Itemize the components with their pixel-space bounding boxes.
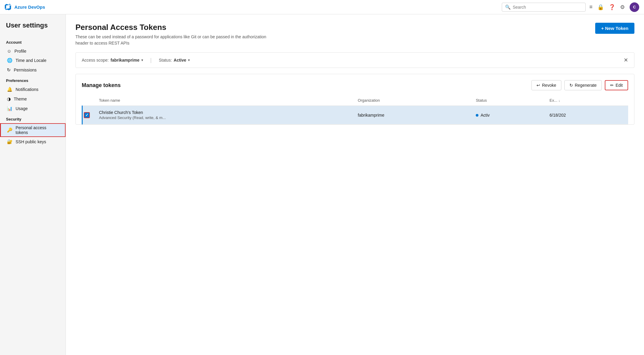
page-header-text: Personal Access Tokens These can be used…: [75, 23, 267, 46]
scope-label: Access scope:: [82, 58, 109, 63]
scope-chevron-icon: ▾: [141, 58, 143, 62]
filter-bar: Access scope: fabrikamprime ▾ | Status: …: [75, 52, 634, 68]
app-body: User settings Account ☺ Profile 🌐 Time a…: [0, 14, 644, 355]
ssh-icon: 🔐: [7, 139, 13, 144]
sidebar-title: User settings: [0, 22, 66, 36]
permissions-icon: ↻: [7, 67, 11, 73]
new-token-button[interactable]: + New Token: [595, 23, 634, 34]
scope-filter[interactable]: Access scope: fabrikamprime ▾: [82, 58, 143, 63]
row-status: Activ: [472, 106, 546, 124]
row-token-name: Christie Church's Token Advanced Securit…: [96, 106, 354, 124]
top-nav: Azure DevOps 🔍 ≡ 🔒 ❓ ⚙ C: [0, 0, 644, 14]
settings-icon[interactable]: ⚙: [620, 4, 625, 10]
task-list-icon[interactable]: ≡: [589, 4, 593, 10]
search-box[interactable]: 🔍: [502, 3, 586, 12]
col-status: Status: [472, 95, 546, 106]
avatar[interactable]: C: [630, 2, 639, 12]
main-content: Personal Access Tokens These can be used…: [66, 14, 644, 355]
search-input[interactable]: [513, 5, 582, 10]
filter-separator: |: [150, 57, 152, 63]
scope-value: fabrikamprime: [110, 58, 139, 63]
edit-icon: ✏: [610, 83, 614, 88]
col-expiry[interactable]: Ex... ↓: [546, 95, 628, 106]
status-value: Active: [174, 58, 186, 63]
table-row[interactable]: ✓ Christie Church's Token Advanced Secur…: [82, 106, 628, 124]
help-icon[interactable]: ❓: [609, 4, 615, 10]
col-organization: Organization: [354, 95, 472, 106]
regenerate-icon: ↻: [569, 83, 573, 88]
search-icon: 🔍: [505, 4, 511, 10]
token-table: Token name Organization Status Ex... ↓: [82, 95, 628, 124]
manage-tokens-title: Manage tokens: [82, 82, 121, 89]
page-description: These can be used instead of a password …: [75, 34, 267, 46]
manage-tokens-section: Manage tokens ↩ Revoke ↻ Regenerate ✏ Ed…: [75, 74, 634, 125]
theme-icon: ◑: [7, 96, 11, 102]
sort-icon: ↓: [558, 99, 560, 102]
status-chevron-icon: ▾: [188, 58, 190, 62]
token-table-body: ✓ Christie Church's Token Advanced Secur…: [82, 106, 628, 124]
row-checkbox[interactable]: ✓: [84, 112, 90, 118]
sidebar-item-time-locale[interactable]: 🌐 Time and Locale: [0, 56, 66, 65]
filter-close-icon[interactable]: ✕: [624, 57, 628, 63]
sidebar-item-theme[interactable]: ◑ Theme: [0, 94, 66, 104]
sidebar: User settings Account ☺ Profile 🌐 Time a…: [0, 14, 66, 355]
nav-icons: ≡ 🔒 ❓ ⚙ C: [589, 2, 639, 12]
pat-icon: 🔑: [7, 127, 13, 133]
row-expiry: 6/18/202: [546, 106, 628, 124]
manage-tokens-header: Manage tokens ↩ Revoke ↻ Regenerate ✏ Ed…: [82, 80, 628, 90]
app-name: Azure DevOps: [14, 4, 45, 10]
globe-icon: 🌐: [7, 58, 13, 63]
col-token-name: Token name: [96, 95, 354, 106]
usage-icon: 📊: [7, 106, 13, 111]
col-checkbox: [82, 95, 96, 106]
regenerate-button[interactable]: ↻ Regenerate: [564, 80, 602, 90]
sidebar-item-notifications[interactable]: 🔔 Notifications: [0, 85, 66, 94]
revoke-button[interactable]: ↩ Revoke: [531, 80, 561, 90]
notifications-icon: 🔔: [7, 87, 13, 92]
status-filter[interactable]: Status: Active ▾: [159, 58, 190, 63]
status-label: Status:: [159, 58, 172, 63]
sidebar-item-permissions[interactable]: ↻ Permissions: [0, 65, 66, 75]
sidebar-item-usage[interactable]: 📊 Usage: [0, 104, 66, 113]
sidebar-item-ssh-keys[interactable]: 🔐 SSH public keys: [0, 137, 66, 147]
profile-icon: ☺: [7, 48, 11, 54]
row-organization: fabrikamprime: [354, 106, 472, 124]
page-title: Personal Access Tokens: [75, 23, 267, 32]
status-dot-icon: [476, 114, 478, 117]
token-table-header: Token name Organization Status Ex... ↓: [82, 95, 628, 106]
row-checkbox-cell[interactable]: ✓: [82, 106, 96, 124]
app-logo[interactable]: Azure DevOps: [5, 4, 45, 11]
sidebar-section-security: Security: [0, 113, 66, 123]
sidebar-item-personal-access-tokens[interactable]: 🔑 Personal access tokens: [0, 123, 66, 137]
azure-devops-logo-icon: [5, 4, 12, 11]
manage-actions: ↩ Revoke ↻ Regenerate ✏ Edit: [531, 80, 628, 90]
page-header: Personal Access Tokens These can be used…: [75, 23, 634, 46]
sidebar-section-preferences: Preferences: [0, 75, 66, 85]
sidebar-section-account: Account: [0, 36, 66, 46]
edit-button[interactable]: ✏ Edit: [605, 80, 628, 90]
lock-icon[interactable]: 🔒: [597, 4, 604, 10]
sidebar-item-profile[interactable]: ☺ Profile: [0, 46, 66, 56]
revoke-icon: ↩: [537, 83, 540, 88]
checkmark-icon: ✓: [85, 113, 89, 117]
